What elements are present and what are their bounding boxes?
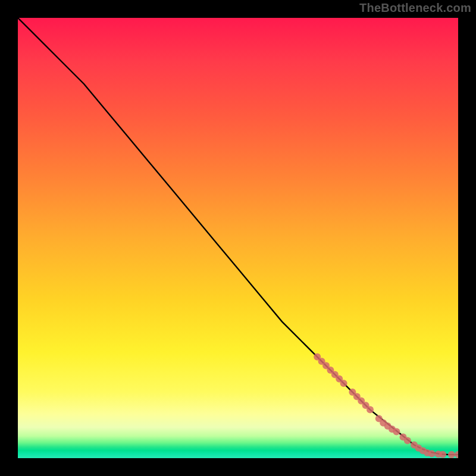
data-marker <box>340 380 347 387</box>
data-marker <box>448 451 455 458</box>
data-marker <box>367 406 374 414</box>
curve-line <box>18 18 458 455</box>
curve-markers <box>314 353 458 458</box>
data-marker <box>439 451 446 458</box>
chart-frame: TheBottleneck.com <box>0 0 476 476</box>
plot-area <box>18 18 458 458</box>
data-marker <box>455 451 458 458</box>
data-marker <box>404 437 411 444</box>
watermark-label: TheBottleneck.com <box>359 1 471 15</box>
chart-svg <box>18 18 458 458</box>
data-marker <box>428 450 436 458</box>
data-marker <box>393 428 400 436</box>
